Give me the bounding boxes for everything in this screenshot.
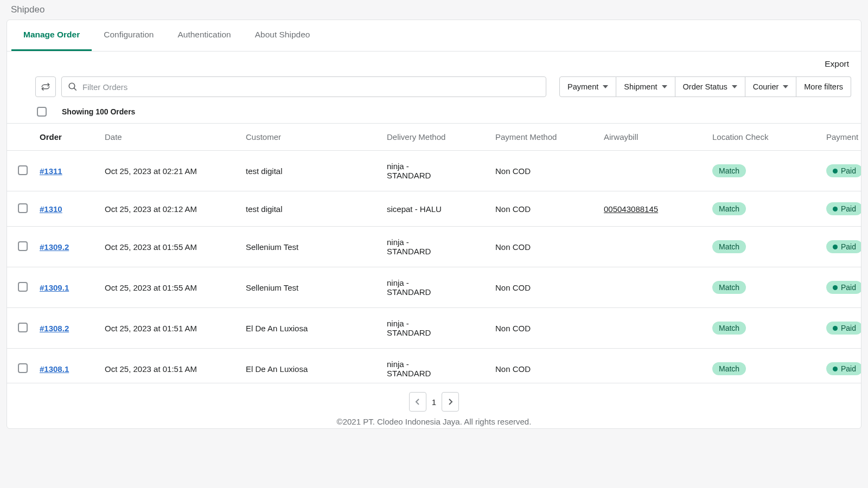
cell-delivery: ninja -STANDARD: [380, 227, 489, 267]
col-date: Date: [98, 124, 239, 151]
search-icon: [68, 82, 78, 92]
location-check-badge: Match: [712, 362, 746, 375]
table-row: #1308.2Oct 25, 2023 at 01:51 AMEl De An …: [7, 308, 861, 349]
order-link[interactable]: #1311: [40, 166, 69, 176]
row-checkbox[interactable]: [18, 165, 28, 175]
tab-configuration[interactable]: Configuration: [92, 20, 165, 51]
table-row: #1309.1Oct 25, 2023 at 01:55 AMSellenium…: [7, 267, 861, 308]
cell-awb: [597, 267, 706, 308]
cell-date: Oct 25, 2023 at 02:12 AM: [98, 191, 239, 227]
copyright-text: ©2021 PT. Clodeo Indonesia Jaya. All rig…: [7, 415, 861, 428]
col-payment: Payment: [820, 124, 861, 151]
export-button[interactable]: Export: [825, 59, 849, 69]
main-card: Manage OrderConfigurationAuthenticationA…: [7, 20, 861, 429]
table-row: #1308.1Oct 25, 2023 at 01:51 AMEl De An …: [7, 349, 861, 384]
sync-button[interactable]: [35, 76, 56, 97]
awb-link[interactable]: 005043088145: [604, 204, 658, 214]
payment-badge: Paid: [826, 362, 861, 375]
location-check-badge: Match: [712, 322, 746, 335]
table-scroll[interactable]: OrderDateCustomerDelivery MethodPayment …: [7, 123, 861, 383]
cell-customer: test digital: [239, 151, 380, 191]
pagination: 1: [7, 383, 861, 415]
table-row: #1309.2Oct 25, 2023 at 01:55 AMSellenium…: [7, 227, 861, 267]
prev-page-button[interactable]: [409, 392, 426, 412]
search-input[interactable]: [61, 76, 546, 97]
order-link[interactable]: #1308.2: [40, 324, 69, 333]
cell-awb: 005043088145: [597, 191, 706, 227]
payment-badge: Paid: [826, 164, 861, 177]
col-order: Order: [33, 124, 98, 151]
tab-manage-order[interactable]: Manage Order: [11, 20, 92, 51]
filter-courier[interactable]: Courier: [745, 76, 797, 97]
page-number: 1: [432, 397, 436, 407]
chevron-right-icon: [448, 398, 453, 406]
page-title: Shipdeo: [0, 0, 868, 20]
row-checkbox[interactable]: [18, 323, 28, 332]
cell-delivery: ninja -STANDARD: [380, 308, 489, 349]
next-page-button[interactable]: [442, 392, 459, 412]
table-row: #1310Oct 25, 2023 at 02:12 AMtest digita…: [7, 191, 861, 227]
more-filters-button[interactable]: More filters: [796, 76, 851, 97]
result-count: Showing 100 Orders: [62, 107, 135, 116]
cell-delivery: ninja -STANDARD: [380, 267, 489, 308]
cell-customer: test digital: [239, 191, 380, 227]
row-checkbox[interactable]: [18, 363, 28, 373]
orders-table: OrderDateCustomerDelivery MethodPayment …: [7, 124, 861, 383]
cell-awb: [597, 151, 706, 191]
cell-customer: Sellenium Test: [239, 267, 380, 308]
col-customer: Customer: [239, 124, 380, 151]
row-checkbox[interactable]: [18, 241, 28, 251]
caret-down-icon: [662, 85, 667, 88]
row-checkbox[interactable]: [18, 282, 28, 292]
svg-line-1: [74, 88, 76, 90]
select-all-checkbox[interactable]: [37, 107, 47, 117]
cell-date: Oct 25, 2023 at 02:21 AM: [98, 151, 239, 191]
col-location-check: Location Check: [706, 124, 820, 151]
location-check-badge: Match: [712, 281, 746, 294]
cell-date: Oct 25, 2023 at 01:51 AM: [98, 308, 239, 349]
filter-payment[interactable]: Payment: [559, 76, 616, 97]
cell-awb: [597, 308, 706, 349]
cell-payment-method: Non COD: [489, 267, 597, 308]
location-check-badge: Match: [712, 164, 746, 177]
cell-payment-method: Non COD: [489, 227, 597, 267]
cell-date: Oct 25, 2023 at 01:51 AM: [98, 349, 239, 384]
tab-authentication[interactable]: Authentication: [165, 20, 242, 51]
search-wrap: [61, 76, 546, 97]
cell-delivery: ninja -STANDARD: [380, 349, 489, 384]
order-link[interactable]: #1309.1: [40, 283, 69, 292]
tab-about-shipdeo[interactable]: About Shipdeo: [243, 20, 322, 51]
cell-delivery: ninja -STANDARD: [380, 151, 489, 191]
payment-badge: Paid: [826, 281, 861, 294]
row-checkbox[interactable]: [18, 203, 28, 213]
cell-payment-method: Non COD: [489, 191, 597, 227]
sync-icon: [41, 82, 50, 92]
col-payment-method: Payment Method: [489, 124, 597, 151]
cell-date: Oct 25, 2023 at 01:55 AM: [98, 227, 239, 267]
filter-group: PaymentShipmentOrder StatusCourierMore f…: [559, 76, 851, 97]
cell-payment-method: Non COD: [489, 308, 597, 349]
filter-order-status[interactable]: Order Status: [675, 76, 745, 97]
cell-payment-method: Non COD: [489, 349, 597, 384]
tab-list: Manage OrderConfigurationAuthenticationA…: [7, 20, 861, 52]
cell-awb: [597, 349, 706, 384]
cell-date: Oct 25, 2023 at 01:55 AM: [98, 267, 239, 308]
order-link[interactable]: #1309.2: [40, 242, 69, 252]
payment-badge: Paid: [826, 240, 861, 253]
cell-customer: El De An Luxiosa: [239, 308, 380, 349]
chevron-left-icon: [415, 398, 420, 406]
location-check-badge: Match: [712, 202, 746, 215]
location-check-badge: Match: [712, 240, 746, 253]
cell-payment-method: Non COD: [489, 151, 597, 191]
cell-customer: Sellenium Test: [239, 227, 380, 267]
filter-shipment[interactable]: Shipment: [616, 76, 675, 97]
col-airwaybill: Airwaybill: [597, 124, 706, 151]
svg-point-0: [69, 83, 75, 89]
order-link[interactable]: #1310: [40, 204, 69, 214]
payment-badge: Paid: [826, 322, 861, 335]
payment-badge: Paid: [826, 202, 861, 215]
caret-down-icon: [732, 85, 737, 88]
col-delivery-method: Delivery Method: [380, 124, 489, 151]
order-link[interactable]: #1308.1: [40, 364, 69, 374]
cell-awb: [597, 227, 706, 267]
